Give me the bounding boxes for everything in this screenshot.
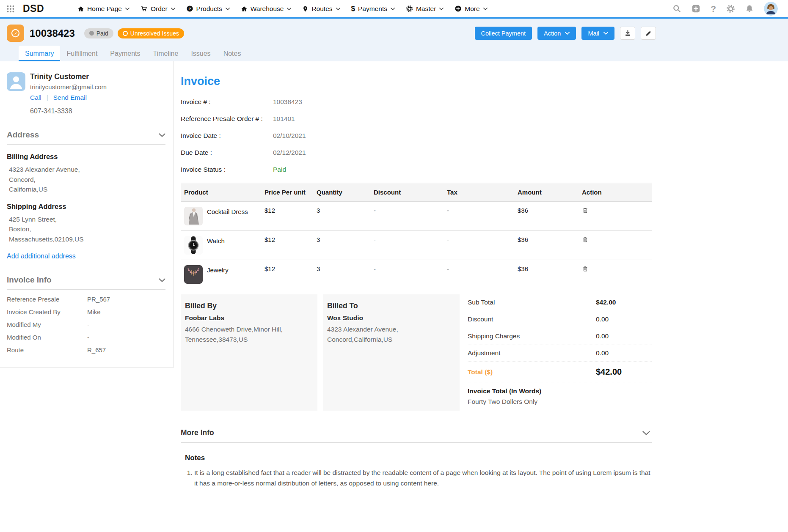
edit-button[interactable] — [641, 27, 656, 40]
amount-cell: $36 — [514, 260, 579, 289]
tab-fulfillment[interactable]: Fulfillment — [60, 46, 104, 61]
status-dot-icon — [89, 31, 94, 36]
call-link[interactable]: Call — [30, 94, 41, 101]
amount-cell: $36 — [514, 231, 579, 260]
mail-dropdown-button[interactable]: Mail — [581, 27, 614, 40]
chevron-down-icon — [171, 8, 175, 10]
more-info-section[interactable]: More Info — [181, 428, 652, 443]
detail-due-date: Due Date : 02/12/2021 — [181, 149, 652, 156]
customer-avatar — [7, 72, 25, 101]
tax-cell: - — [444, 202, 514, 231]
col-header-action: Action — [579, 183, 652, 202]
nav-item-payments[interactable]: $ Payments — [346, 5, 400, 13]
unresolved-issues-badge[interactable]: Unresolved Issues — [118, 28, 184, 38]
discount-row: Discount 0.00 — [467, 311, 652, 328]
chevron-down-icon[interactable] — [642, 431, 650, 435]
product-name: Watch — [207, 237, 225, 244]
chevron-down-icon — [603, 32, 608, 35]
note-item: It is a long established fact that a rea… — [194, 467, 651, 488]
product-image-cocktail-dress — [184, 207, 203, 225]
collect-payment-button[interactable]: Collect Payment — [475, 27, 532, 40]
bell-icon[interactable] — [745, 4, 754, 13]
chevron-down-icon — [391, 8, 395, 10]
totals-panel: Sub Total $42.00 Discount 0.00 Shipping … — [465, 294, 652, 411]
chevron-down-icon[interactable] — [159, 278, 165, 282]
action-dropdown-button[interactable]: Action — [537, 27, 576, 40]
add-additional-address-link[interactable]: Add additional address — [7, 252, 76, 260]
tab-notes[interactable]: Notes — [217, 46, 248, 61]
tab-issues[interactable]: Issues — [185, 46, 217, 61]
customer-name: Trinity Customer — [30, 72, 107, 81]
app-launcher-icon[interactable] — [6, 4, 15, 14]
address-section-title: Address — [7, 130, 39, 140]
col-header-discount: Discount — [370, 183, 444, 202]
product-image-jewelry — [184, 265, 203, 284]
brand-logo[interactable]: DSD — [23, 3, 44, 14]
billed-by-name: Foobar Labs — [185, 314, 313, 322]
cart-icon — [141, 5, 148, 12]
product-image-watch — [184, 236, 203, 255]
discount-cell: - — [370, 202, 444, 231]
quantity-cell: 3 — [313, 260, 370, 289]
customer-sidebar: Trinity Customer trinitycustomer@gmail.c… — [0, 61, 174, 368]
table-row: Watch $12 3 - - $36 — [181, 231, 652, 260]
tab-payments[interactable]: Payments — [104, 46, 146, 61]
gear-icon[interactable] — [726, 4, 735, 13]
delete-icon[interactable] — [582, 265, 648, 272]
chevron-down-icon — [226, 8, 230, 10]
info-row-modified-on: Modified On - — [7, 334, 165, 341]
detail-reference-presale-order: Reference Presale Order # : 101401 — [181, 115, 652, 123]
download-icon — [624, 30, 631, 37]
nav-item-home-page[interactable]: Home Page — [72, 5, 135, 13]
chevron-down-icon[interactable] — [159, 133, 165, 137]
plus-square-icon[interactable] — [692, 4, 700, 13]
delete-icon[interactable] — [582, 207, 648, 214]
notes-title: Notes — [185, 454, 652, 462]
notes-section: Notes It is a long established fact that… — [181, 454, 652, 488]
billed-to-card: Billed To Wox Studio 4323 Alexander Aven… — [323, 294, 460, 411]
billed-by-card: Billed By Foobar Labs 4666 Chenoweth Dri… — [181, 294, 317, 411]
price-cell: $12 — [261, 231, 313, 260]
chevron-down-icon — [565, 32, 570, 35]
help-icon[interactable]: ? — [711, 4, 716, 13]
info-row-created-by: Invoice Created By Mike — [7, 308, 165, 315]
delete-icon[interactable] — [582, 236, 648, 243]
nav-item-master[interactable]: Master — [400, 5, 449, 13]
shipping-address-title: Shipping Address — [7, 203, 165, 211]
billing-address-lines: 4323 Alexander Avenue, Concord, Californ… — [9, 165, 165, 195]
discount-cell: - — [370, 231, 444, 260]
table-row: Cocktail Dress $12 3 - - $36 — [181, 202, 652, 231]
chevron-down-icon — [336, 8, 340, 10]
quantity-cell: 3 — [313, 231, 370, 260]
detail-invoice-number: Invoice # : 10038423 — [181, 98, 652, 106]
total-in-words: Invoice Total (In Words) Fourty Two Doll… — [467, 382, 652, 411]
nav-item-products[interactable]: P Products — [181, 5, 235, 13]
price-cell: $12 — [261, 202, 313, 231]
plus-circle-icon — [455, 5, 462, 12]
customer-phone: 607-341-3338 — [30, 107, 165, 115]
user-avatar[interactable] — [764, 2, 778, 16]
download-button[interactable] — [620, 27, 635, 40]
send-email-link[interactable]: Send Email — [53, 94, 87, 101]
chevron-down-icon — [483, 8, 488, 10]
col-header-amount: Amount — [514, 183, 579, 202]
gear-icon — [406, 5, 413, 12]
tab-timeline[interactable]: Timeline — [147, 46, 185, 61]
price-cell: $12 — [261, 260, 313, 289]
product-name: Jewelry — [207, 266, 229, 274]
search-icon[interactable] — [672, 4, 681, 13]
customer-email: trinitycustomer@gmail.com — [30, 83, 107, 90]
page-title: Invoice — [181, 75, 652, 88]
invoice-number: 10038423 — [30, 27, 75, 39]
billing-address-title: Billing Address — [7, 153, 165, 161]
home-icon — [77, 5, 84, 12]
nav-item-routes[interactable]: Routes — [297, 5, 345, 13]
more-info-title: More Info — [181, 428, 214, 437]
nav-item-order[interactable]: Order — [135, 5, 181, 13]
nav-item-warehouse[interactable]: Warehouse — [235, 5, 297, 13]
shipping-address-lines: 425 Lynn Street, Boston, Massachusetts,0… — [9, 214, 165, 244]
billed-to-name: Wox Studio — [327, 314, 455, 322]
nav-item-more[interactable]: More — [449, 5, 493, 13]
adjustment-row: Adjustment 0.00 — [467, 345, 652, 362]
tab-summary[interactable]: Summary — [19, 46, 60, 61]
